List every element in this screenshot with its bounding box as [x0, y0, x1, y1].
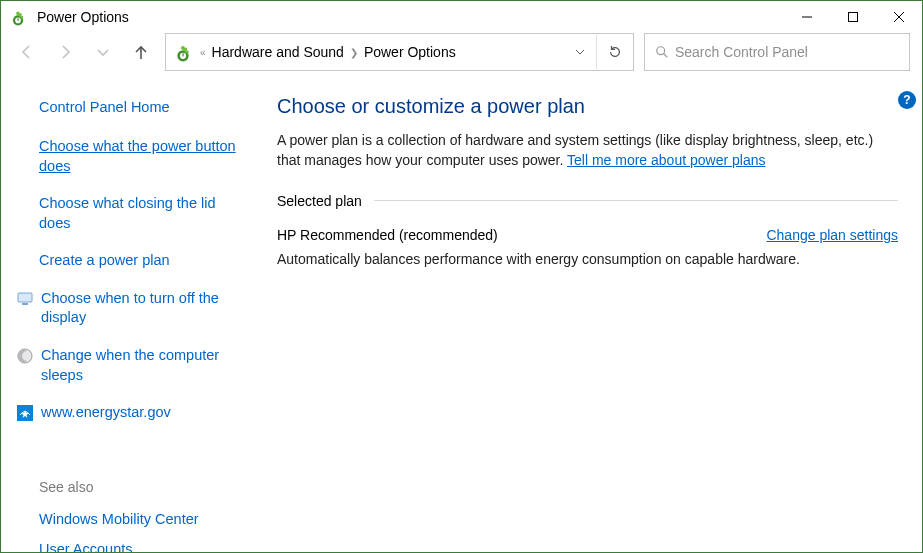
forward-button[interactable]: [51, 38, 79, 66]
address-dropdown-button[interactable]: [564, 35, 596, 69]
chevron-right-icon[interactable]: ❯: [350, 47, 358, 58]
see-also-mobility-center[interactable]: Windows Mobility Center: [39, 511, 241, 527]
svg-line-12: [664, 54, 668, 58]
page-description: A power plan is a collection of hardware…: [277, 130, 898, 171]
refresh-button[interactable]: [596, 35, 633, 69]
navigation-bar: « Hardware and Sound ❯ Power Options: [1, 33, 922, 71]
see-also-user-accounts[interactable]: User Accounts: [39, 541, 241, 553]
divider: [374, 200, 898, 201]
history-overflow-icon[interactable]: «: [200, 47, 206, 58]
svg-rect-10: [182, 53, 183, 56]
learn-more-link[interactable]: Tell me more about power plans: [567, 152, 765, 168]
minimize-button[interactable]: [784, 1, 830, 33]
sidebar: Control Panel Home Choose what the power…: [1, 71, 253, 553]
plan-description: Automatically balances performance with …: [277, 251, 898, 267]
titlebar: Power Options: [1, 1, 922, 33]
sidebar-item-closing-lid[interactable]: Choose what closing the lid does: [39, 194, 241, 233]
window-title: Power Options: [35, 9, 129, 25]
sidebar-item-computer-sleeps[interactable]: Change when the computer sleeps: [41, 346, 241, 385]
plan-name: HP Recommended (recommended): [277, 227, 498, 243]
svg-rect-14: [22, 303, 28, 305]
recent-locations-button[interactable]: [89, 38, 117, 66]
change-plan-settings-link[interactable]: Change plan settings: [766, 227, 898, 243]
see-also-heading: See also: [39, 479, 241, 495]
close-button[interactable]: [876, 1, 922, 33]
control-panel-home-link[interactable]: Control Panel Home: [39, 99, 241, 115]
breadcrumb-item[interactable]: Power Options: [364, 44, 456, 60]
help-icon[interactable]: ?: [898, 91, 916, 109]
moon-icon: [17, 348, 33, 364]
svg-rect-4: [849, 13, 858, 22]
content-pane: Choose or customize a power plan A power…: [253, 71, 922, 553]
address-bar[interactable]: « Hardware and Sound ❯ Power Options: [165, 33, 634, 71]
up-button[interactable]: [127, 38, 155, 66]
breadcrumb-item[interactable]: Hardware and Sound: [212, 44, 344, 60]
energystar-icon: [17, 405, 33, 421]
svg-rect-13: [18, 293, 32, 302]
sidebar-item-energystar[interactable]: www.energystar.gov: [41, 403, 171, 423]
power-options-icon: [9, 8, 27, 26]
section-label: Selected plan: [277, 193, 362, 209]
sidebar-item-power-button[interactable]: Choose what the power button does: [39, 137, 241, 176]
search-input[interactable]: [673, 43, 877, 61]
search-box[interactable]: [644, 33, 910, 71]
monitor-icon: [17, 291, 33, 307]
sidebar-item-create-plan[interactable]: Create a power plan: [39, 251, 241, 271]
back-button[interactable]: [13, 38, 41, 66]
svg-rect-2: [17, 18, 18, 21]
svg-point-11: [657, 47, 665, 55]
sidebar-item-turn-off-display[interactable]: Choose when to turn off the display: [41, 289, 241, 328]
page-heading: Choose or customize a power plan: [277, 95, 898, 118]
maximize-button[interactable]: [830, 1, 876, 33]
search-icon: [655, 45, 669, 59]
power-options-icon: [172, 41, 194, 63]
breadcrumb: « Hardware and Sound ❯ Power Options: [200, 44, 564, 60]
